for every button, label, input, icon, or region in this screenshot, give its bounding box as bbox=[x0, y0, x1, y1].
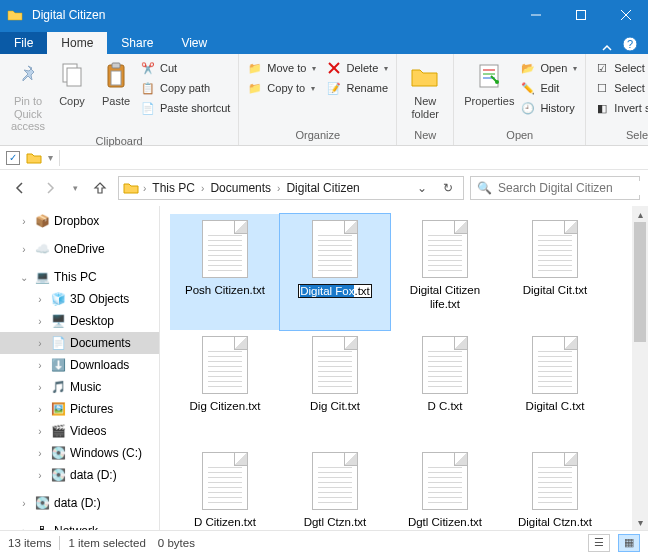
dropbox-icon: 📦 bbox=[34, 213, 50, 229]
minimize-button[interactable] bbox=[513, 0, 558, 30]
tree-data-d[interactable]: ›💽data (D:) bbox=[0, 464, 159, 486]
svg-rect-7 bbox=[67, 68, 81, 86]
tree-data-d-ext[interactable]: ›💽data (D:) bbox=[0, 492, 159, 514]
back-button[interactable] bbox=[8, 176, 32, 200]
tree-music[interactable]: ›🎵Music bbox=[0, 376, 159, 398]
forward-button[interactable] bbox=[38, 176, 62, 200]
tree-videos[interactable]: ›🎬Videos bbox=[0, 420, 159, 442]
history-icon: 🕘 bbox=[520, 100, 536, 116]
file-item[interactable]: Posh Citizen.txt bbox=[170, 214, 280, 330]
tab-file[interactable]: File bbox=[0, 32, 47, 54]
maximize-button[interactable] bbox=[558, 0, 603, 30]
search-box[interactable]: 🔍 bbox=[470, 176, 640, 200]
file-label: Digital Ctzn.txt bbox=[518, 516, 592, 530]
delete-button[interactable]: Delete bbox=[324, 59, 390, 77]
pin-to-quick-access-button[interactable]: Pin to Quick access bbox=[6, 57, 50, 135]
chevron-right-icon[interactable]: › bbox=[201, 183, 204, 194]
file-list[interactable]: Posh Citizen.txt Digital Fox.txt Digital… bbox=[160, 206, 648, 530]
breadcrumb-thispc[interactable]: This PC bbox=[150, 181, 197, 195]
scrollbar[interactable]: ▴ ▾ bbox=[632, 206, 648, 530]
scroll-down-button[interactable]: ▾ bbox=[632, 514, 648, 530]
tree-network[interactable]: ›🖧Network bbox=[0, 520, 159, 530]
file-label: D C.txt bbox=[427, 400, 462, 414]
up-button[interactable] bbox=[88, 176, 112, 200]
file-item[interactable]: Digital Cit.txt bbox=[500, 214, 610, 330]
close-button[interactable] bbox=[603, 0, 648, 30]
file-label: D Citizen.txt bbox=[194, 516, 256, 530]
invert-selection-button[interactable]: ◧Invert selection bbox=[592, 99, 648, 117]
copy-to-button[interactable]: 📁Copy to bbox=[245, 79, 318, 97]
properties-button[interactable]: Properties bbox=[460, 57, 518, 110]
tree-pictures[interactable]: ›🖼️Pictures bbox=[0, 398, 159, 420]
status-bar: 13 items 1 item selected 0 bytes ☰ ▦ bbox=[0, 530, 648, 554]
paste-shortcut-button[interactable]: 📄Paste shortcut bbox=[138, 99, 232, 117]
tree-thispc[interactable]: ⌄💻This PC bbox=[0, 266, 159, 288]
collapse-ribbon-button[interactable] bbox=[596, 42, 618, 54]
help-button[interactable]: ? bbox=[618, 34, 642, 54]
new-folder-button[interactable]: New folder bbox=[403, 57, 447, 122]
rename-input[interactable]: Digital Fox.txt bbox=[298, 284, 372, 298]
file-item[interactable]: Digital C.txt bbox=[500, 330, 610, 446]
title-bar: Digital Citizen bbox=[0, 0, 648, 30]
scroll-thumb[interactable] bbox=[634, 222, 646, 342]
select-none-button[interactable]: ☐Select none bbox=[592, 79, 648, 97]
rename-button[interactable]: 📝Rename bbox=[324, 79, 390, 97]
qat-dropdown[interactable]: ▾ bbox=[48, 152, 53, 163]
file-item[interactable]: D C.txt bbox=[390, 330, 500, 446]
file-item[interactable]: Dgtl Citizen.txt bbox=[390, 446, 500, 530]
tab-share[interactable]: Share bbox=[107, 32, 167, 54]
file-item[interactable]: Digital Ctzn.txt bbox=[500, 446, 610, 530]
status-selected-size: 0 bytes bbox=[158, 537, 195, 549]
open-button[interactable]: 📂Open bbox=[518, 59, 579, 77]
refresh-button[interactable]: ↻ bbox=[437, 181, 459, 195]
scroll-up-button[interactable]: ▴ bbox=[632, 206, 648, 222]
svg-point-17 bbox=[495, 80, 499, 84]
address-dropdown[interactable]: ⌄ bbox=[411, 181, 433, 195]
drive-icon: 💽 bbox=[34, 495, 50, 511]
history-button[interactable]: 🕘History bbox=[518, 99, 579, 117]
group-organize: 📁Move to 📁Copy to Delete 📝Rename Organiz… bbox=[239, 54, 397, 145]
file-item[interactable]: Digital Citizen life.txt bbox=[390, 214, 500, 330]
recent-locations-button[interactable]: ▾ bbox=[68, 176, 82, 200]
details-view-button[interactable]: ☰ bbox=[588, 534, 610, 552]
body: ›📦Dropbox ›☁️OneDrive ⌄💻This PC ›🧊3D Obj… bbox=[0, 206, 648, 530]
tree-onedrive[interactable]: ›☁️OneDrive bbox=[0, 238, 159, 260]
ribbon-tabs: File Home Share View ? bbox=[0, 30, 648, 54]
tree-windows-c[interactable]: ›💽Windows (C:) bbox=[0, 442, 159, 464]
tree-documents[interactable]: ›📄Documents bbox=[0, 332, 159, 354]
navigation-pane[interactable]: ›📦Dropbox ›☁️OneDrive ⌄💻This PC ›🧊3D Obj… bbox=[0, 206, 160, 530]
file-item[interactable]: D Citizen.txt bbox=[170, 446, 280, 530]
search-input[interactable] bbox=[498, 181, 648, 195]
select-checkbox[interactable]: ✓ bbox=[6, 151, 20, 165]
file-item[interactable]: Dig Citizen.txt bbox=[170, 330, 280, 446]
tree-3dobjects[interactable]: ›🧊3D Objects bbox=[0, 288, 159, 310]
copy-icon bbox=[60, 59, 84, 93]
copy-button[interactable]: Copy bbox=[50, 57, 94, 110]
tree-downloads[interactable]: ›⬇️Downloads bbox=[0, 354, 159, 376]
select-none-icon: ☐ bbox=[594, 80, 610, 96]
paste-icon bbox=[104, 59, 128, 93]
file-item-editing[interactable]: Digital Fox.txt bbox=[280, 214, 390, 330]
tree-desktop[interactable]: ›🖥️Desktop bbox=[0, 310, 159, 332]
tab-view[interactable]: View bbox=[167, 32, 221, 54]
address-bar[interactable]: › This PC › Documents › Digital Citizen … bbox=[118, 176, 464, 200]
file-item[interactable]: Dig Cit.txt bbox=[280, 330, 390, 446]
chevron-right-icon[interactable]: › bbox=[277, 183, 280, 194]
tab-home[interactable]: Home bbox=[47, 32, 107, 54]
select-all-button[interactable]: ☑Select all bbox=[592, 59, 648, 77]
copy-path-button[interactable]: 📋Copy path bbox=[138, 79, 232, 97]
icons-view-button[interactable]: ▦ bbox=[618, 534, 640, 552]
breadcrumb-current[interactable]: Digital Citizen bbox=[284, 181, 361, 195]
paste-button[interactable]: Paste bbox=[94, 57, 138, 110]
rename-icon: 📝 bbox=[326, 80, 342, 96]
folder-icon bbox=[0, 7, 30, 23]
tree-dropbox[interactable]: ›📦Dropbox bbox=[0, 210, 159, 232]
new-folder-icon bbox=[410, 59, 440, 93]
chevron-right-icon[interactable]: › bbox=[143, 183, 146, 194]
group-label: Select bbox=[592, 129, 648, 144]
edit-button[interactable]: ✏️Edit bbox=[518, 79, 579, 97]
breadcrumb-documents[interactable]: Documents bbox=[208, 181, 273, 195]
move-to-button[interactable]: 📁Move to bbox=[245, 59, 318, 77]
cut-button[interactable]: ✂️Cut bbox=[138, 59, 232, 77]
file-item[interactable]: Dgtl Ctzn.txt bbox=[280, 446, 390, 530]
